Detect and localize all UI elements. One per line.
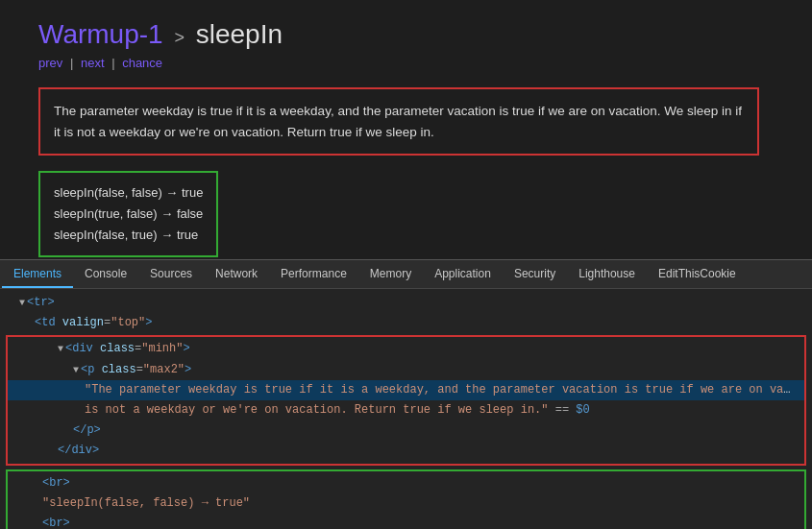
tab-application[interactable]: Application xyxy=(423,260,503,288)
dom-p-close: </p> xyxy=(8,421,804,441)
browser-content: Warmup-1 > sleepIn prev | next | chance … xyxy=(0,0,812,259)
dom-br2: <br> xyxy=(8,514,804,529)
tab-lighthouse[interactable]: Lighthouse xyxy=(567,260,647,288)
example-3: sleepIn(false, true) → true xyxy=(54,225,203,246)
title-arrow: > xyxy=(174,28,185,47)
dom-td-line: <td valign="top"> xyxy=(0,313,812,333)
devtools-body: ▼<tr> <td valign="top"> ▼<div class="min… xyxy=(0,289,812,529)
collapse-icon-div[interactable]: ▼ xyxy=(58,344,63,354)
description-text: The parameter weekday is true if it is a… xyxy=(54,104,742,139)
title-function: sleepIn xyxy=(196,19,283,49)
dom-tr-line: ▼<tr> xyxy=(0,293,812,313)
dom-red-section: ▼<div class="minh"> ▼<p class="max2"> "T… xyxy=(6,335,806,465)
dom-green-section: <br> "sleepIn(false, false) → true" <br>… xyxy=(6,469,806,530)
examples-box: sleepIn(false, false) → true sleepIn(tru… xyxy=(38,171,218,257)
dom-p-max2-open: ▼<p class="max2"> xyxy=(8,360,804,380)
example-2: sleepIn(true, false) → false xyxy=(54,204,203,225)
breadcrumb-next[interactable]: next xyxy=(81,56,105,70)
example-1: sleepIn(false, false) → true xyxy=(54,182,203,204)
tab-security[interactable]: Security xyxy=(503,260,567,288)
dom-p-text-line: "The parameter weekday is true if it is … xyxy=(8,380,804,400)
breadcrumb-prev[interactable]: prev xyxy=(38,56,62,70)
dom-div-close: </div> xyxy=(8,441,804,461)
tab-console[interactable]: Console xyxy=(73,260,138,288)
devtools-panel: Elements Console Sources Network Perform… xyxy=(0,259,812,529)
collapse-icon-p[interactable]: ▼ xyxy=(73,365,79,375)
dom-br1: <br> xyxy=(8,473,804,493)
tab-sources[interactable]: Sources xyxy=(138,260,204,288)
tab-editthiscookie[interactable]: EditThisCookie xyxy=(647,260,748,288)
sep2: | xyxy=(111,56,114,70)
dom-div-minh-open: ▼<div class="minh"> xyxy=(8,339,804,359)
tab-memory[interactable]: Memory xyxy=(358,260,423,288)
dom-p-text-line2: is not a weekday or we're on vacation. R… xyxy=(8,400,804,421)
breadcrumb-chance[interactable]: chance xyxy=(122,56,162,70)
breadcrumb: prev | next | chance xyxy=(38,56,774,70)
sep1: | xyxy=(70,56,73,70)
page-title: Warmup-1 > sleepIn xyxy=(38,19,774,50)
devtools-tabs: Elements Console Sources Network Perform… xyxy=(0,260,812,289)
tab-elements[interactable]: Elements xyxy=(2,260,73,288)
tab-performance[interactable]: Performance xyxy=(269,260,358,288)
dom-tree: ▼<tr> <td valign="top"> ▼<div class="min… xyxy=(0,289,812,529)
tab-network[interactable]: Network xyxy=(204,260,269,288)
dom-ex1: "sleepIn(false, false) → true" xyxy=(8,493,804,514)
collapse-icon[interactable]: ▼ xyxy=(19,298,25,308)
description-box: The parameter weekday is true if it is a… xyxy=(38,87,759,156)
title-warmup: Warmup-1 xyxy=(38,19,163,49)
